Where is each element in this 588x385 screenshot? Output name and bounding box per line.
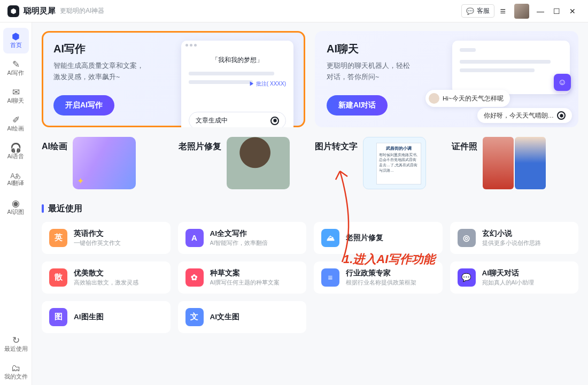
main-content: AI写作 智能生成高质量文章和文案，激发灵感，效率飙升~ 开启AI写作 AI 「… xyxy=(32,22,588,385)
card-title: AI图生图 xyxy=(74,312,104,322)
chat-icon: 💬 xyxy=(466,7,474,15)
sidebar-item-files[interactable]: 🗂我的文件 xyxy=(3,359,29,385)
brand-mini-icon: ⬢ xyxy=(557,111,566,120)
chat-bubble-user: Hi~今天的天气怎样呢 xyxy=(425,90,510,107)
start-ai-write-button[interactable]: 开启AI写作 xyxy=(53,95,114,116)
card-title: 种草文案 xyxy=(210,268,280,278)
card-icon: A xyxy=(185,229,204,247)
recent-card[interactable]: 💬AI聊天对话宛如真人的AI小助理 xyxy=(450,261,579,294)
sidebar-item-label: 首页 xyxy=(10,42,22,49)
sidebar-item-label: AI聊天 xyxy=(7,97,25,105)
feature-title: 老照片修复 xyxy=(179,137,221,152)
app-tagline: 更聪明的AI神器 xyxy=(60,6,104,16)
card-icon: ≡ xyxy=(321,268,339,287)
sidebar-item-write[interactable]: ✎AI写作 xyxy=(3,56,29,81)
recent-card[interactable]: ⛰老照片修复 xyxy=(314,222,443,254)
recent-grid: 英英语作文一键创作英文作文AAI全文写作AI智能写作，效率翻倍⛰老照片修复◎玄幻… xyxy=(42,222,578,333)
preview-tag: ▶ 批注( XXXX) xyxy=(249,80,286,88)
user-avatar[interactable] xyxy=(514,4,529,19)
thumb-ocr: 武昌街的小调有时候到重庆南路买书,总会不自觉地跟武昌街走去…了,尤其在武昌街与汉… xyxy=(363,137,426,189)
recent-card[interactable]: ✿种草文案AI撰写任何主题的种草文案 xyxy=(178,261,307,294)
sidebar: ⬢首页 ✎AI写作 ✉AI聊天 ✐AI绘画 🎧Ai语音 AあAI翻译 ◉AI识图… xyxy=(0,22,32,385)
thumb-id xyxy=(483,137,546,189)
recent-card[interactable]: 散优美散文高效输出散文，激发灵感 xyxy=(42,261,171,294)
bot-avatar-icon xyxy=(429,93,439,104)
sidebar-item-label: AI写作 xyxy=(7,70,25,77)
app-logo-icon: ⬢ xyxy=(7,5,19,17)
card-subtitle: 宛如真人的AI小助理 xyxy=(482,279,535,287)
card-title: 行业政策专家 xyxy=(346,268,416,278)
card-subtitle: 高效输出散文，激发灵感 xyxy=(74,279,138,287)
thumb-paint xyxy=(73,137,136,189)
brush-icon: ✐ xyxy=(12,116,20,125)
minimize-button[interactable]: — xyxy=(532,7,548,16)
sidebar-item-voice[interactable]: 🎧Ai语音 xyxy=(3,139,29,165)
sidebar-item-chat[interactable]: ✉AI聊天 xyxy=(3,83,29,109)
sidebar-item-translate[interactable]: AあAI翻译 xyxy=(3,167,29,192)
sidebar-item-label: 我的文件 xyxy=(4,373,28,381)
recent-card[interactable]: ≡行业政策专家根据行业名称提供政策框架 xyxy=(314,261,443,294)
card-subtitle: 提供更多小说创作思路 xyxy=(482,240,541,247)
recent-card[interactable]: ◎玄幻小说提供更多小说创作思路 xyxy=(450,222,579,254)
write-preview-window: 「我和我的梦想」 ▶ 批注( XXXX) 文章生成中 ⬢ xyxy=(181,41,293,127)
app-name: 聪明灵犀 xyxy=(24,6,56,16)
card-subtitle: AI撰写任何主题的种草文案 xyxy=(210,279,280,287)
feature-photo-restore[interactable]: 老照片修复 xyxy=(179,137,306,189)
sidebar-item-label: AI翻译 xyxy=(7,180,25,187)
feature-id-photo[interactable]: 证件照 xyxy=(452,137,579,189)
card-icon: ⛰ xyxy=(321,229,339,247)
sidebar-item-ocr[interactable]: ◉AI识图 xyxy=(3,195,29,220)
card-subtitle: 一键创作英文作文 xyxy=(74,240,121,247)
recent-heading: 最近使用 xyxy=(42,203,578,214)
recent-card[interactable]: AAI全文写作AI智能写作，效率翻倍 xyxy=(178,222,307,254)
hero-card-chat[interactable]: AI聊天 更聪明的聊天机器人，轻松对话，答你所问~ 新建AI对话 ☺ Hi~今天… xyxy=(315,31,578,127)
sidebar-item-label: AI识图 xyxy=(7,209,25,216)
sidebar-item-paint[interactable]: ✐AI绘画 xyxy=(3,111,29,137)
card-title: AI聊天对话 xyxy=(482,268,535,278)
feature-title: AI绘画 xyxy=(42,137,67,152)
feature-ocr[interactable]: 图片转文字 武昌街的小调有时候到重庆南路买书,总会不自觉地跟武昌街走去…了,尤其… xyxy=(315,137,442,189)
card-title: 老照片修复 xyxy=(346,233,383,243)
card-title: 优美散文 xyxy=(74,268,138,278)
feature-title: 图片转文字 xyxy=(315,137,358,152)
new-ai-chat-button[interactable]: 新建AI对话 xyxy=(327,95,388,116)
titlebar: ⬢ 聪明灵犀 更聪明的AI神器 💬 客服 ≡ — ☐ ✕ xyxy=(0,0,588,22)
scan-icon: ◉ xyxy=(12,199,20,208)
customer-service-button[interactable]: 💬 客服 xyxy=(461,4,494,18)
thumb-photo xyxy=(227,137,290,189)
sidebar-item-label: 最近使用 xyxy=(4,345,28,353)
chat-icon: ✉ xyxy=(12,88,20,97)
card-icon: 文 xyxy=(185,308,204,326)
card-icon: ◎ xyxy=(458,229,476,247)
card-subtitle: 根据行业名称提供政策框架 xyxy=(346,279,416,287)
sidebar-item-recent[interactable]: ↻最近使用 xyxy=(3,332,29,357)
hero-write-title: AI写作 xyxy=(53,42,160,56)
recent-card[interactable]: 图AI图生图 xyxy=(42,301,171,333)
hero-chat-title: AI聊天 xyxy=(327,42,434,56)
preview-status: 文章生成中 ⬢ xyxy=(189,112,286,127)
recent-card[interactable]: 英英语作文一键创作英文作文 xyxy=(42,222,171,254)
sidebar-item-home[interactable]: ⬢首页 xyxy=(3,28,29,53)
maximize-button[interactable]: ☐ xyxy=(548,7,564,16)
history-icon: ↻ xyxy=(12,336,20,345)
feature-ai-paint[interactable]: AI绘画 xyxy=(42,137,169,189)
card-icon: ✿ xyxy=(185,268,204,287)
card-subtitle: AI智能写作，效率翻倍 xyxy=(210,240,268,247)
card-title: AI全文写作 xyxy=(210,229,268,238)
home-icon: ⬢ xyxy=(12,32,20,41)
hero-card-write[interactable]: AI写作 智能生成高质量文章和文案，激发灵感，效率飙升~ 开启AI写作 AI 「… xyxy=(42,31,305,127)
close-button[interactable]: ✕ xyxy=(564,7,581,16)
recent-card[interactable]: 文AI文生图 xyxy=(178,301,307,333)
preview-prompt: 「我和我的梦想」 xyxy=(181,56,293,65)
chat-bubble-bot: 你好呀，今天天气晴朗…⬢ xyxy=(477,108,572,123)
folder-icon: 🗂 xyxy=(11,364,20,373)
card-icon: 💬 xyxy=(458,268,476,287)
hamburger-menu-icon[interactable]: ≡ xyxy=(500,6,506,16)
service-label: 客服 xyxy=(477,6,490,16)
card-title: 英语作文 xyxy=(74,229,121,238)
hero-write-desc: 智能生成高质量文章和文案，激发灵感，效率飙升~ xyxy=(53,60,160,83)
hero-chat-desc: 更聪明的聊天机器人，轻松对话，答你所问~ xyxy=(327,60,434,83)
card-icon: 图 xyxy=(49,308,67,326)
card-icon: 英 xyxy=(49,229,67,247)
headset-icon: 🎧 xyxy=(10,143,21,152)
